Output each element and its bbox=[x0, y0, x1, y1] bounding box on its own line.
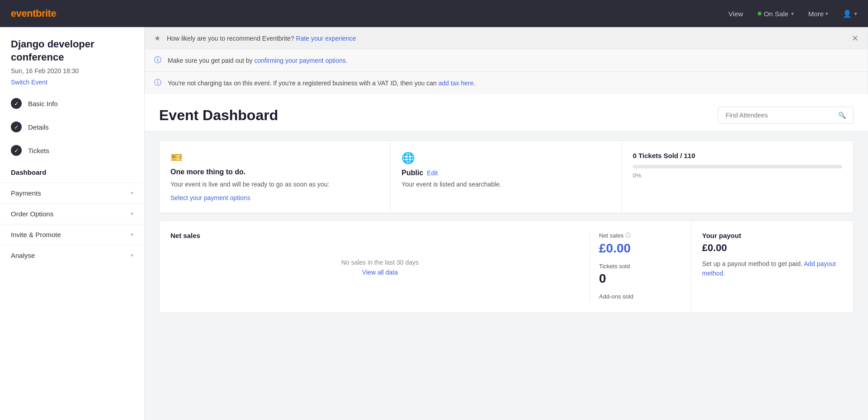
info-icon-tax: ⓘ bbox=[154, 78, 161, 88]
view-all-data-link[interactable]: View all data bbox=[362, 269, 398, 276]
tax-alert-text: You're not charging tax on this event. I… bbox=[168, 79, 475, 87]
net-sales-stat-label: Net sales ⓘ bbox=[599, 232, 680, 239]
select-payment-link[interactable]: Select your payment options bbox=[170, 194, 250, 201]
dashboard-title: Event Dashboard bbox=[159, 107, 278, 124]
close-alert-button[interactable]: ✕ bbox=[852, 33, 859, 43]
tickets-sold-value: 0 bbox=[599, 271, 680, 286]
user-avatar-icon: 👤 bbox=[843, 9, 852, 18]
net-sales-info-icon: ⓘ bbox=[625, 232, 631, 239]
sidebar-nav: ✓ Basic Info ✓ Details ✓ Tickets Dashboa… bbox=[0, 86, 144, 271]
view-link[interactable]: View bbox=[728, 10, 743, 18]
todo-card: 🎫 One more thing to do. Your event is li… bbox=[160, 141, 391, 213]
body-layout: Django developer conference Sun, 16 Feb … bbox=[0, 27, 868, 420]
analyse-label: Analyse bbox=[11, 252, 35, 259]
tickets-label: Tickets bbox=[28, 147, 49, 154]
payout-amount: £0.00 bbox=[702, 242, 842, 254]
top-navigation: eventbrite View On Sale ▾ More ▾ 👤 ▾ bbox=[0, 0, 868, 27]
tickets-progress-pct: 0% bbox=[633, 172, 642, 179]
sidebar-item-invite-promote[interactable]: Invite & Promote ▾ bbox=[0, 224, 144, 245]
recommend-alert: ★ How likely are you to recommend Eventb… bbox=[145, 27, 868, 49]
details-label: Details bbox=[28, 123, 49, 131]
order-options-chevron-icon: ▾ bbox=[131, 211, 133, 217]
public-desc: Your event is listed and searchable. bbox=[401, 181, 610, 188]
tickets-sold-card: 0 Tickets Sold / 110 0% bbox=[622, 141, 853, 213]
public-globe-icon: 🌐 bbox=[401, 152, 610, 164]
details-check-icon: ✓ bbox=[11, 121, 22, 132]
payment-alert: ⓘ Make sure you get paid out by confirmi… bbox=[145, 49, 868, 71]
recommend-text: How likely are you to recommend Eventbri… bbox=[167, 35, 356, 42]
net-sales-chart-col: Net sales No sales in the last 30 days V… bbox=[170, 232, 590, 302]
order-options-label: Order Options bbox=[11, 210, 53, 218]
info-icon-payment: ⓘ bbox=[154, 56, 161, 65]
sidebar-item-analyse[interactable]: Analyse ▾ bbox=[0, 245, 144, 266]
switch-event-link[interactable]: Switch Event bbox=[0, 79, 58, 97]
payout-desc: Set up a payout method to get paid. Add … bbox=[702, 259, 842, 278]
sidebar-item-dashboard[interactable]: Dashboard bbox=[0, 162, 144, 182]
edit-public-link[interactable]: Edit bbox=[427, 169, 438, 177]
net-sales-card: Net sales No sales in the last 30 days V… bbox=[159, 220, 691, 313]
main-content: ★ How likely are you to recommend Eventb… bbox=[145, 27, 868, 420]
basic-info-check-icon: ✓ bbox=[11, 98, 22, 109]
more-label: More bbox=[808, 10, 824, 18]
sidebar-item-tickets[interactable]: ✓ Tickets bbox=[0, 139, 144, 162]
todo-card-icon: 🎫 bbox=[170, 152, 379, 163]
payout-desc-text: Set up a payout method to get paid. bbox=[702, 260, 802, 267]
no-sales-text: No sales in the last 30 days bbox=[341, 259, 419, 266]
payment-options-link[interactable]: confirming your payment options bbox=[254, 57, 345, 64]
event-title: Django developer conference bbox=[0, 38, 144, 67]
more-menu-button[interactable]: More ▾ bbox=[808, 10, 828, 18]
sidebar-item-payments[interactable]: Payments ▾ bbox=[0, 182, 144, 203]
sidebar: Django developer conference Sun, 16 Feb … bbox=[0, 27, 145, 420]
tickets-check-icon: ✓ bbox=[11, 145, 22, 156]
add-tax-link[interactable]: add tax here bbox=[439, 79, 474, 87]
rate-experience-link[interactable]: Rate your experience bbox=[296, 35, 356, 42]
addons-sold-label: Add-ons sold bbox=[599, 293, 680, 300]
sale-status-button[interactable]: On Sale ▾ bbox=[758, 10, 794, 18]
sidebar-item-details[interactable]: ✓ Details bbox=[0, 115, 144, 139]
analyse-chevron-icon: ▾ bbox=[131, 252, 133, 258]
net-sales-label: Net sales bbox=[170, 232, 590, 239]
status-dot-icon bbox=[758, 12, 761, 15]
public-badge: Public bbox=[401, 169, 423, 177]
user-menu-button[interactable]: 👤 ▾ bbox=[843, 9, 857, 18]
status-label: On Sale bbox=[764, 10, 788, 18]
tax-alert: ⓘ You're not charging tax on this event.… bbox=[145, 71, 868, 94]
payout-title: Your payout bbox=[702, 232, 842, 239]
sidebar-item-order-options[interactable]: Order Options ▾ bbox=[0, 203, 144, 224]
net-sales-chart-area: No sales in the last 30 days View all da… bbox=[170, 245, 590, 290]
tickets-sold-stat-label: Tickets sold bbox=[599, 263, 680, 270]
tickets-sold-title: 0 Tickets Sold / 110 bbox=[633, 152, 842, 159]
payments-chevron-icon: ▾ bbox=[131, 190, 133, 196]
net-sales-value: £0.00 bbox=[599, 241, 680, 256]
payout-card: Your payout £0.00 Set up a payout method… bbox=[691, 220, 854, 313]
status-chevron-icon: ▾ bbox=[791, 11, 794, 17]
dashboard-header: Event Dashboard 🔍 bbox=[145, 94, 868, 131]
tickets-progress-bar-bg bbox=[633, 165, 842, 168]
todo-card-title: One more thing to do. bbox=[170, 168, 379, 176]
top-cards-row: 🎫 One more thing to do. Your event is li… bbox=[159, 140, 854, 213]
more-chevron-icon: ▾ bbox=[826, 11, 828, 17]
payments-label: Payments bbox=[11, 189, 41, 197]
net-sales-stat-label-text: Net sales bbox=[599, 232, 623, 239]
invite-promote-label: Invite & Promote bbox=[11, 231, 61, 238]
public-card-header: Public Edit bbox=[401, 169, 610, 177]
public-card: 🌐 Public Edit Your event is listed and s… bbox=[391, 141, 622, 213]
star-icon: ★ bbox=[154, 34, 160, 42]
bottom-cards-row: Net sales No sales in the last 30 days V… bbox=[159, 220, 854, 313]
event-date: Sun, 16 Feb 2020 18:30 bbox=[0, 67, 144, 78]
payment-alert-text: Make sure you get paid out by confirming… bbox=[168, 57, 348, 64]
find-attendees-field[interactable]: 🔍 bbox=[718, 107, 854, 124]
eventbrite-logo[interactable]: eventbrite bbox=[11, 8, 728, 19]
todo-card-desc: Your event is live and will be ready to … bbox=[170, 180, 379, 189]
net-sales-inner: Net sales No sales in the last 30 days V… bbox=[170, 232, 680, 302]
cards-area: 🎫 One more thing to do. Your event is li… bbox=[145, 131, 868, 322]
search-icon[interactable]: 🔍 bbox=[838, 112, 846, 119]
invite-promote-chevron-icon: ▾ bbox=[131, 232, 133, 238]
net-sales-stats: Net sales ⓘ £0.00 Tickets sold 0 Add-ons… bbox=[590, 232, 680, 302]
user-chevron-icon: ▾ bbox=[854, 11, 857, 17]
find-attendees-input[interactable] bbox=[726, 112, 838, 119]
basic-info-label: Basic Info bbox=[28, 100, 58, 107]
